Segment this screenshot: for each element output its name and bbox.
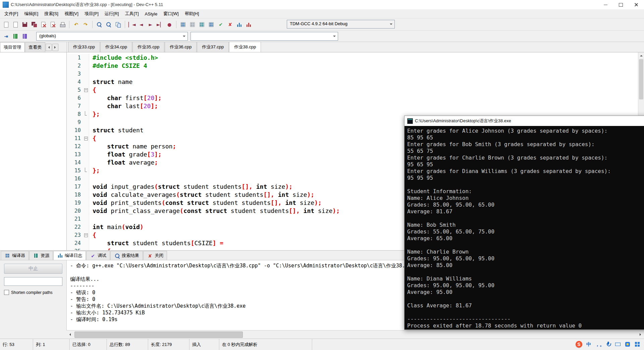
globals-select[interactable]: (globals) (36, 32, 188, 41)
goto-last-icon-button[interactable]: ►▏ (156, 20, 164, 29)
scroll-left-button[interactable] (66, 331, 73, 338)
breakpoint-icon-button[interactable]: ● (165, 20, 174, 29)
punctuation-icon[interactable]: ，。 (595, 341, 602, 348)
console-title-bar[interactable]: C:\Users\Administrator\Desktop\c语言\作业38.… (405, 116, 644, 126)
compile-run-icon-button[interactable] (198, 20, 206, 29)
undo-icon-button[interactable]: ↶ (72, 20, 80, 29)
close-file-icon-button[interactable] (39, 20, 48, 29)
scrollbar-thumb[interactable] (74, 332, 243, 338)
keyboard-icon[interactable] (614, 341, 621, 348)
save-all-icon-button[interactable] (30, 20, 39, 29)
fold-collapse-icon[interactable] (84, 137, 88, 140)
shorten-paths-option[interactable]: Shorten compiler paths (4, 290, 62, 295)
code-text: }; (89, 110, 100, 118)
fold-end-icon (85, 168, 87, 172)
rebuild-icon-button[interactable] (207, 20, 216, 29)
fold-column (83, 215, 89, 223)
editor-tab-1[interactable]: 作业34.cpp (100, 42, 132, 52)
bottom-tab-4[interactable]: 搜索结果 (110, 251, 143, 260)
goto-next-icon-button[interactable]: ► (146, 20, 155, 29)
microphone-icon[interactable] (605, 341, 611, 348)
editor-tab-2[interactable]: 作业35.cpp (132, 42, 164, 52)
syntax-check-icon-button[interactable]: ✔ (216, 20, 225, 29)
menu-item-2[interactable]: 搜索[S] (41, 10, 61, 18)
input-mode-icon[interactable]: 中 (585, 341, 592, 348)
stop-execution-icon-button[interactable]: ✘ (226, 20, 234, 29)
editor-tab-0[interactable]: 作业33.cpp (68, 42, 100, 52)
bottom-tab-0[interactable]: 编译器 (1, 251, 29, 260)
new-file-icon-button[interactable] (2, 20, 10, 29)
minimize-button[interactable] (598, 0, 613, 9)
console-output[interactable]: Enter grades for Alice Johnson (3 grades… (405, 126, 644, 330)
menu-item-6[interactable]: 工具[T] (122, 10, 142, 18)
menu-item-9[interactable]: 帮助[H] (182, 10, 202, 18)
line-number: 15 (67, 167, 83, 175)
log-hscrollbar[interactable] (66, 330, 644, 339)
menu-item-0[interactable]: 文件[F] (1, 10, 21, 18)
scrollbar-thumb[interactable] (639, 59, 643, 99)
compiler-select[interactable]: TDM-GCC 4.9.2 64-bit Debug (287, 20, 395, 29)
find-icon-button[interactable] (95, 20, 104, 29)
left-tab-0[interactable]: 项目管理 (0, 42, 25, 52)
print-icon-button[interactable] (58, 20, 67, 29)
maximize-button[interactable] (613, 0, 629, 9)
menu-item-1[interactable]: 编辑[E] (21, 10, 41, 18)
bottom-tab-3[interactable]: ✔调试 (86, 251, 110, 260)
compile-icon-button[interactable] (179, 20, 187, 29)
replace-icon-button[interactable] (114, 20, 122, 29)
menu-item-4[interactable]: 项目[P] (82, 10, 102, 18)
bottom-tab-2[interactable]: 编译日志 (53, 251, 86, 260)
close-all-icon-button[interactable] (49, 20, 57, 29)
fold-column (83, 94, 89, 102)
menu-item-5[interactable]: 运行[R] (102, 10, 122, 18)
menu-item-7[interactable]: AStyle (142, 10, 161, 17)
shorten-paths-checkbox[interactable] (4, 290, 9, 295)
save-icon-button[interactable] (20, 20, 29, 29)
profile-delete-icon-button[interactable] (245, 20, 253, 29)
line-number: 11 (67, 134, 83, 142)
editor-tab-4[interactable]: 作业37.cpp (197, 42, 229, 52)
fold-collapse-icon[interactable] (84, 233, 88, 237)
bottom-tab-5[interactable]: ✘关闭 (143, 251, 167, 260)
sogou-logo[interactable]: S (576, 341, 582, 348)
app-icon (3, 2, 9, 8)
fold-collapse-icon[interactable] (84, 88, 88, 92)
code-text: void print_students(const struct student… (89, 199, 322, 207)
console-window[interactable]: C:\Users\Administrator\Desktop\c语言\作业38.… (404, 116, 644, 330)
menu-item-8[interactable]: 窗口[W] (160, 10, 182, 18)
profile-icon-button[interactable] (235, 20, 244, 29)
menu-item-3[interactable]: 视图[V] (61, 10, 82, 18)
console-line: Process exited after 18.78 seconds with … (407, 322, 644, 329)
goto-definition-icon-button[interactable]: ⇥ (2, 32, 10, 41)
editor-tab-3[interactable]: 作业36.cpp (165, 42, 197, 52)
class-member-select[interactable] (191, 32, 338, 41)
close-button[interactable] (629, 0, 644, 9)
class-browser-icon-button[interactable] (11, 32, 20, 41)
find-next-icon-button[interactable] (104, 20, 113, 29)
goto-first-icon-button[interactable]: ▏◄ (127, 20, 136, 29)
run-icon-button[interactable] (188, 20, 197, 29)
fold-column (83, 231, 89, 239)
toolbox-icon[interactable] (624, 341, 631, 348)
compile-icon (180, 21, 186, 28)
title-bar[interactable]: C:\Users\Administrator\Desktop\c语言\作业38.… (0, 0, 644, 9)
line-number: 7 (67, 102, 83, 110)
scroll-right-button[interactable] (637, 331, 644, 338)
ime-toolbar: S中，。 (576, 340, 641, 349)
find-next-icon (105, 21, 112, 28)
open-file-icon-button[interactable] (11, 20, 20, 29)
editor-tab-5[interactable]: 作业38.cpp (229, 42, 261, 52)
goto-prev-icon-button[interactable]: ◄ (137, 20, 146, 29)
compiler-select-value: TDM-GCC 4.9.2 64-bit Debug (290, 21, 347, 26)
bookmark-icon-button[interactable] (20, 32, 29, 41)
tab-scroll-right-button[interactable] (52, 44, 58, 51)
bottom-tab-1[interactable]: 资源 (29, 251, 53, 260)
fold-column (83, 175, 89, 183)
redo-icon-button[interactable]: ↷ (81, 20, 90, 29)
scroll-up-button[interactable] (638, 52, 644, 58)
layout-grid-icon[interactable] (634, 341, 641, 348)
abort-button[interactable]: 中止 (4, 264, 62, 274)
tab-scroll-left-button[interactable] (46, 44, 52, 51)
left-tab-1[interactable]: 查看类 (25, 42, 45, 52)
code-text (89, 70, 93, 78)
